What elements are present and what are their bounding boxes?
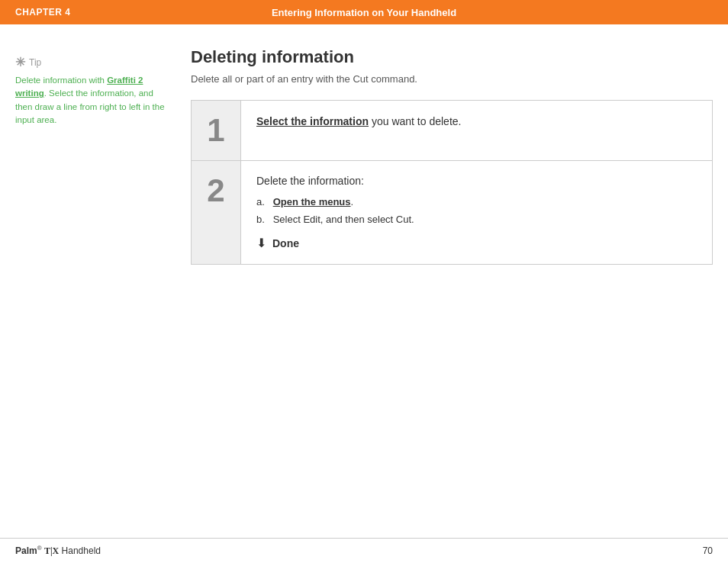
step-2-row: 2 Delete the information: a. Open the me… [192,161,712,264]
brand-sup: ® [37,545,42,552]
step-1-row: 1 Select the information you want to del… [192,101,712,161]
step-2-sub-b-label: b. [256,214,265,225]
page-header: CHAPTER 4 Entering Information on Your H… [0,0,728,24]
content-area: ✳ Tip Delete information with Graffiti 2… [0,24,728,280]
step-2-sub-a: a. Open the menus. [256,196,697,208]
tip-content: Delete information with Graffiti 2 writi… [15,74,168,127]
section-title: Deleting information [191,47,713,67]
section-subtitle: Delete all or part of an entry with the … [191,73,713,85]
footer-page-number: 70 [703,545,713,556]
chapter-label: CHAPTER 4 [15,7,71,18]
open-menus-link[interactable]: Open the menus [273,196,351,208]
step-2-number-cell: 2 [192,161,241,264]
step-1-rest: you want to delete. [369,115,461,127]
tip-header: ✳ Tip [15,55,168,69]
tip-link[interactable]: Graffiti 2 writing [15,76,143,98]
step-2-sub-b-text: Select Edit, and then select Cut. [273,214,414,225]
step-1-content: Select the information you want to delet… [241,101,712,160]
main-content: Deleting information Delete all or part … [191,47,713,265]
steps-table: 1 Select the information you want to del… [191,100,713,265]
step-2-sub-b: b. Select Edit, and then select Cut. [256,214,697,225]
tip-star-icon: ✳ [15,55,25,69]
step-2-sub-a-label: a. [256,196,265,208]
brand-model: T|X [44,545,59,556]
page-footer: Palm® T|X Handheld 70 [0,538,728,563]
done-row: ⬇ Done [256,236,697,250]
done-icon: ⬇ [256,236,266,250]
tip-label: Tip [29,57,41,68]
step-2-content: Delete the information: a. Open the menu… [241,161,712,264]
brand-rest: Handheld [62,545,101,556]
step-2-intro: Delete the information: [256,175,697,187]
footer-brand: Palm® T|X Handheld [15,545,101,557]
brand-name: Palm [15,545,37,556]
done-label: Done [272,237,299,249]
step-2-sub-a-rest: . [351,196,354,208]
select-information-link[interactable]: Select the information [256,115,369,127]
step-1-number: 1 [207,114,224,146]
step-1-number-cell: 1 [192,101,241,160]
step-2-number: 2 [207,175,224,207]
chapter-title: Entering Information on Your Handheld [272,7,456,18]
step-1-text: Select the information you want to delet… [256,115,461,127]
sidebar-tip: ✳ Tip Delete information with Graffiti 2… [15,47,168,265]
